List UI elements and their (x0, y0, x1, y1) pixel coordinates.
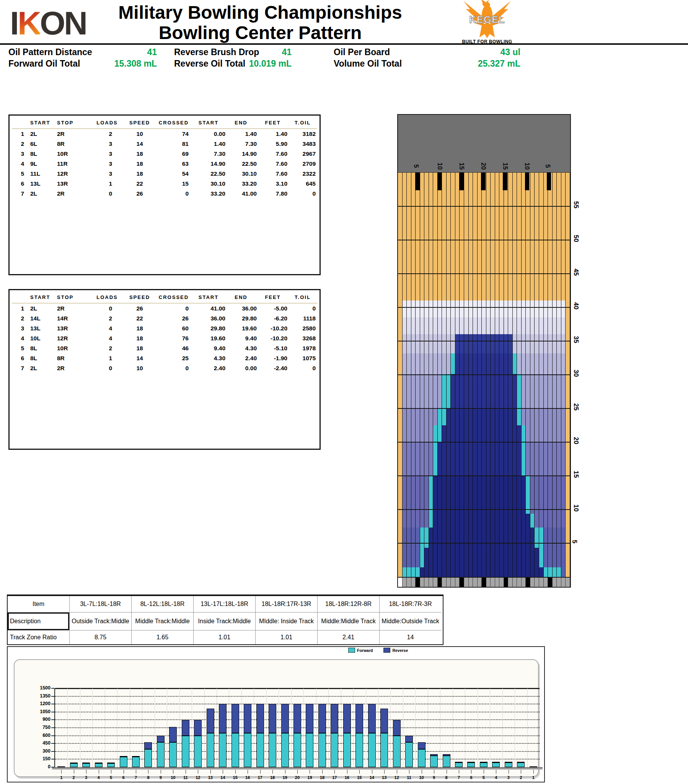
chart-x-label: 7 (130, 775, 142, 780)
pass-table-cell: 1 (91, 353, 123, 363)
chart-bar (70, 763, 78, 767)
zone-table-cell: 1.65 (131, 630, 193, 644)
chart-bar (530, 766, 537, 767)
chart-y-label: 450 (28, 740, 51, 746)
pass-table-header-cell: T.OIL (289, 117, 316, 128)
chart-x-label: 13 (204, 775, 217, 780)
chart-x-tick (211, 770, 211, 774)
chart-x-label: 20 (291, 775, 303, 780)
chart-x-label: 14 (217, 775, 229, 780)
zone-table-cell: 8L-12L:18L-18R (131, 596, 193, 612)
reverse-bar-segment (343, 704, 351, 733)
chart-vertical-gridline (303, 688, 304, 767)
pass-table-cell: -5.10 (257, 343, 289, 353)
pass-table-cell: 4 (91, 333, 123, 343)
chart-x-tick (61, 770, 62, 774)
pass-table-cell: 63 (156, 159, 192, 169)
lane-strip-cell (442, 578, 446, 587)
lane-boards (398, 173, 570, 577)
lane-distance-label: 50 (572, 235, 580, 242)
pass-table-cell: 2709 (289, 159, 316, 169)
chart-vertical-gridline (192, 688, 192, 767)
pass-table-row: 49L11R3186314.9022.507.602709 (12, 159, 317, 169)
lane-distance-line (398, 509, 570, 510)
pass-table-row: 38L10R318697.3014.907.602967 (12, 149, 317, 159)
chart-bar (107, 763, 115, 767)
chart-x-label: 11 (403, 775, 415, 780)
pass-table-cell: 19.60 (225, 323, 257, 333)
chart-y-label: 1200 (28, 701, 51, 706)
forward-bar-segment (132, 757, 140, 767)
zone-table-cell: Middle:Middle Track (317, 612, 379, 630)
pass-table-cell: 1.40 (257, 129, 289, 139)
reverse-bar-segment (207, 708, 214, 733)
pass-table-cell: 2R (56, 129, 91, 139)
stat-value-reverse-oil-total: 10.019 mL (234, 58, 291, 69)
pass-table-cell: 13R (56, 323, 91, 333)
forward-bar-segment (443, 756, 450, 767)
chart-vertical-gridline (477, 688, 478, 767)
kegel-phoenix-icon: KEGEL (461, 0, 513, 39)
pass-table-cell: 6 (12, 179, 27, 189)
lane-distance-label: 35 (572, 336, 580, 343)
reverse-bar-segment (244, 704, 252, 733)
legend-reverse-label: Reverse (392, 648, 408, 653)
lane-strip-cell (513, 578, 517, 587)
pass-table-cell: 81 (156, 139, 192, 149)
lane-deck-board-label: 10 (523, 163, 531, 170)
chart-x-tick (521, 770, 521, 774)
pass-table-cell: 12R (56, 333, 91, 343)
lane-distance-line (398, 206, 570, 207)
pass-table-cell: -5.00 (257, 303, 289, 313)
reverse-bar-segment (182, 720, 189, 736)
lane-distance-label: 40 (572, 302, 580, 310)
pass-table-cell: 7 (12, 363, 27, 373)
lane-deck-board-label: 5 (412, 164, 420, 168)
pass-table-cell: 29.80 (225, 313, 257, 323)
chart-bar (492, 762, 500, 767)
pass-table-cell: 0 (91, 363, 123, 373)
pass-table-cell: 10L (27, 333, 56, 343)
chart-vertical-gridline (278, 688, 279, 767)
pass-table-cell: 22 (123, 313, 156, 323)
reverse-bar-segment (194, 720, 202, 736)
zone-table-cell: Outside Track:Middle (69, 612, 131, 630)
lane-deck-board-label: 5 (543, 164, 551, 168)
forward-bar-segment (430, 756, 438, 767)
chart-bar (281, 704, 289, 767)
chart-vertical-gridline (403, 688, 403, 767)
track-zone-ratio-table: Item3L-7L:18L-18R8L-12L:18L-18R13L-17L:1… (7, 595, 443, 645)
forward-bar-segment (492, 763, 500, 767)
zone-table-cell: Track Zone Ratio (8, 630, 69, 644)
lane-strip-cell (398, 578, 403, 587)
pass-table-cell: 0 (91, 189, 123, 199)
chart-vertical-gridline (204, 688, 205, 767)
pass-table-cell: 18 (123, 343, 156, 353)
forward-bar-segment (343, 733, 351, 767)
pass-table-cell: 7.80 (257, 189, 289, 199)
lane-distance-line (398, 442, 570, 443)
chart-bar (480, 762, 487, 767)
lane-strip-cell (561, 578, 566, 587)
chart-y-tick (51, 735, 54, 736)
pass-table-cell: 13L (27, 179, 56, 189)
lane-strip-cell (429, 578, 433, 587)
chart-vertical-gridline (217, 688, 217, 767)
pass-table-cell: 30.10 (225, 169, 257, 179)
chart-x-label: 13 (378, 775, 390, 780)
lane-strip-cell (504, 578, 509, 587)
chart-x-tick (446, 770, 447, 774)
forward-bar-segment (58, 766, 65, 767)
chart-bar (505, 762, 512, 767)
pass-table-cell: 3 (91, 139, 123, 149)
zone-table-row: Track Zone Ratio8.751.651.011.012.4114 (8, 630, 443, 644)
pass-table-row: 72L2R01002.400.00-2.400 (12, 363, 317, 373)
pass-table-cell: 1 (91, 179, 123, 189)
pass-table-cell: 8L (27, 149, 56, 159)
pass-table-cell: 2 (12, 139, 27, 149)
oil-per-board-chart: Forward Reverse 123456789101112131415161… (7, 646, 545, 782)
pass-table-cell: 645 (289, 179, 316, 189)
pass-table-cell: 2L (27, 189, 56, 199)
legend-item-reverse: Reverse (384, 648, 408, 653)
pass-table-cell: 1 (12, 303, 27, 313)
